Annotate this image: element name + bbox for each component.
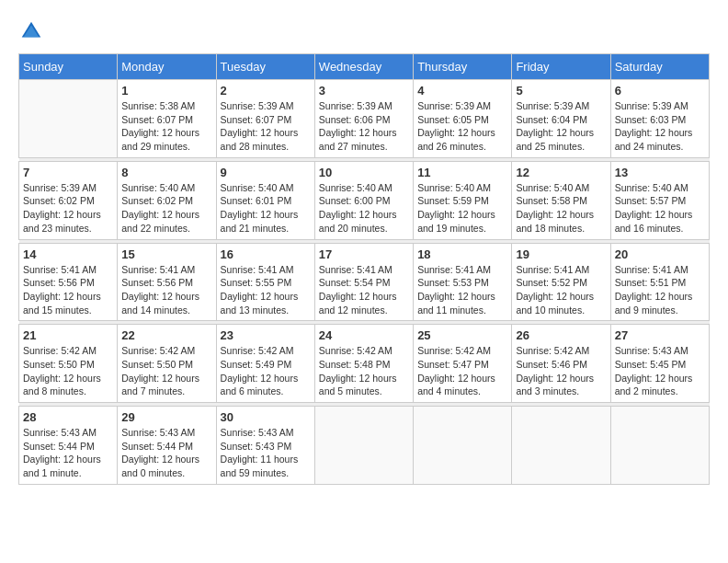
day-info: Sunrise: 5:40 AM Sunset: 6:02 PM Dayligh… xyxy=(121,181,211,236)
calendar-cell xyxy=(512,407,610,485)
day-info: Sunrise: 5:42 AM Sunset: 5:49 PM Dayligh… xyxy=(221,344,311,398)
day-number: 25 xyxy=(417,328,507,342)
day-info: Sunrise: 5:39 AM Sunset: 6:03 PM Dayligh… xyxy=(615,99,705,154)
day-info: Sunrise: 5:38 AM Sunset: 6:07 PM Dayligh… xyxy=(121,99,211,154)
day-info: Sunrise: 5:41 AM Sunset: 5:52 PM Dayligh… xyxy=(516,263,606,317)
calendar-cell: 6Sunrise: 5:39 AM Sunset: 6:03 PM Daylig… xyxy=(610,80,709,158)
weekday-header-sunday: Sunday xyxy=(19,54,118,80)
calendar-cell: 28Sunrise: 5:43 AM Sunset: 5:44 PM Dayli… xyxy=(19,407,118,485)
day-info: Sunrise: 5:41 AM Sunset: 5:55 PM Dayligh… xyxy=(221,263,311,317)
day-info: Sunrise: 5:42 AM Sunset: 5:47 PM Dayligh… xyxy=(417,344,507,398)
day-number: 16 xyxy=(221,247,311,261)
calendar-cell: 4Sunrise: 5:39 AM Sunset: 6:05 PM Daylig… xyxy=(414,80,512,158)
day-number: 17 xyxy=(319,247,409,261)
day-info: Sunrise: 5:39 AM Sunset: 6:05 PM Dayligh… xyxy=(417,99,507,154)
day-number: 7 xyxy=(23,166,113,179)
day-info: Sunrise: 5:42 AM Sunset: 5:46 PM Dayligh… xyxy=(516,344,606,398)
day-number: 3 xyxy=(319,84,409,98)
weekday-header-tuesday: Tuesday xyxy=(216,54,314,80)
day-info: Sunrise: 5:40 AM Sunset: 5:57 PM Dayligh… xyxy=(615,181,705,236)
calendar-cell: 15Sunrise: 5:41 AM Sunset: 5:56 PM Dayli… xyxy=(118,243,216,321)
calendar-cell: 30Sunrise: 5:43 AM Sunset: 5:43 PM Dayli… xyxy=(216,407,314,485)
day-number: 23 xyxy=(221,328,311,342)
day-number: 11 xyxy=(417,166,507,179)
day-info: Sunrise: 5:40 AM Sunset: 6:01 PM Dayligh… xyxy=(221,181,311,236)
day-info: Sunrise: 5:39 AM Sunset: 6:06 PM Dayligh… xyxy=(319,99,409,154)
logo-icon xyxy=(18,18,44,44)
day-info: Sunrise: 5:41 AM Sunset: 5:53 PM Dayligh… xyxy=(417,263,507,317)
calendar-cell: 16Sunrise: 5:41 AM Sunset: 5:55 PM Dayli… xyxy=(216,243,314,321)
day-info: Sunrise: 5:41 AM Sunset: 5:51 PM Dayligh… xyxy=(615,263,705,317)
day-info: Sunrise: 5:40 AM Sunset: 5:58 PM Dayligh… xyxy=(516,181,606,236)
weekday-header-wednesday: Wednesday xyxy=(314,54,413,80)
weekday-header-friday: Friday xyxy=(512,54,610,80)
day-info: Sunrise: 5:43 AM Sunset: 5:45 PM Dayligh… xyxy=(615,344,705,398)
calendar-cell xyxy=(610,407,709,485)
calendar-cell xyxy=(19,80,118,158)
calendar: SundayMondayTuesdayWednesdayThursdayFrid… xyxy=(18,53,710,485)
calendar-cell: 17Sunrise: 5:41 AM Sunset: 5:54 PM Dayli… xyxy=(314,243,413,321)
calendar-cell: 19Sunrise: 5:41 AM Sunset: 5:52 PM Dayli… xyxy=(512,243,610,321)
day-info: Sunrise: 5:43 AM Sunset: 5:44 PM Dayligh… xyxy=(121,426,211,480)
day-info: Sunrise: 5:42 AM Sunset: 5:50 PM Dayligh… xyxy=(23,344,113,398)
day-number: 26 xyxy=(516,328,606,342)
calendar-cell: 24Sunrise: 5:42 AM Sunset: 5:48 PM Dayli… xyxy=(314,325,413,403)
day-info: Sunrise: 5:40 AM Sunset: 6:00 PM Dayligh… xyxy=(319,181,409,236)
day-info: Sunrise: 5:39 AM Sunset: 6:07 PM Dayligh… xyxy=(221,99,311,154)
calendar-cell: 12Sunrise: 5:40 AM Sunset: 5:58 PM Dayli… xyxy=(512,161,610,239)
day-number: 1 xyxy=(121,84,211,98)
day-number: 10 xyxy=(319,166,409,179)
calendar-cell: 3Sunrise: 5:39 AM Sunset: 6:06 PM Daylig… xyxy=(314,80,413,158)
day-info: Sunrise: 5:39 AM Sunset: 6:02 PM Dayligh… xyxy=(23,181,113,236)
day-number: 12 xyxy=(516,166,606,179)
calendar-cell: 18Sunrise: 5:41 AM Sunset: 5:53 PM Dayli… xyxy=(414,243,512,321)
day-number: 20 xyxy=(615,247,705,261)
calendar-cell: 11Sunrise: 5:40 AM Sunset: 5:59 PM Dayli… xyxy=(414,161,512,239)
day-number: 15 xyxy=(121,247,211,261)
day-info: Sunrise: 5:42 AM Sunset: 5:50 PM Dayligh… xyxy=(121,344,211,398)
day-number: 5 xyxy=(516,84,606,98)
day-info: Sunrise: 5:41 AM Sunset: 5:54 PM Dayligh… xyxy=(319,263,409,317)
calendar-cell: 27Sunrise: 5:43 AM Sunset: 5:45 PM Dayli… xyxy=(610,325,709,403)
day-number: 14 xyxy=(23,247,113,261)
calendar-cell: 5Sunrise: 5:39 AM Sunset: 6:04 PM Daylig… xyxy=(512,80,610,158)
calendar-cell: 21Sunrise: 5:42 AM Sunset: 5:50 PM Dayli… xyxy=(19,325,118,403)
calendar-cell: 29Sunrise: 5:43 AM Sunset: 5:44 PM Dayli… xyxy=(118,407,216,485)
day-number: 18 xyxy=(417,247,507,261)
day-info: Sunrise: 5:42 AM Sunset: 5:48 PM Dayligh… xyxy=(319,344,409,398)
day-number: 21 xyxy=(23,328,113,342)
day-number: 9 xyxy=(221,166,311,179)
day-number: 30 xyxy=(221,410,311,424)
calendar-cell: 10Sunrise: 5:40 AM Sunset: 6:00 PM Dayli… xyxy=(314,161,413,239)
calendar-cell: 13Sunrise: 5:40 AM Sunset: 5:57 PM Dayli… xyxy=(610,161,709,239)
day-number: 4 xyxy=(417,84,507,98)
day-info: Sunrise: 5:40 AM Sunset: 5:59 PM Dayligh… xyxy=(417,181,507,236)
calendar-cell xyxy=(414,407,512,485)
calendar-cell: 26Sunrise: 5:42 AM Sunset: 5:46 PM Dayli… xyxy=(512,325,610,403)
calendar-cell: 1Sunrise: 5:38 AM Sunset: 6:07 PM Daylig… xyxy=(118,80,216,158)
day-number: 19 xyxy=(516,247,606,261)
calendar-cell: 23Sunrise: 5:42 AM Sunset: 5:49 PM Dayli… xyxy=(216,325,314,403)
calendar-cell: 14Sunrise: 5:41 AM Sunset: 5:56 PM Dayli… xyxy=(19,243,118,321)
day-number: 29 xyxy=(121,410,211,424)
day-info: Sunrise: 5:43 AM Sunset: 5:44 PM Dayligh… xyxy=(23,426,113,480)
weekday-header-monday: Monday xyxy=(118,54,216,80)
calendar-cell: 2Sunrise: 5:39 AM Sunset: 6:07 PM Daylig… xyxy=(216,80,314,158)
calendar-cell: 25Sunrise: 5:42 AM Sunset: 5:47 PM Dayli… xyxy=(414,325,512,403)
calendar-cell: 20Sunrise: 5:41 AM Sunset: 5:51 PM Dayli… xyxy=(610,243,709,321)
day-number: 22 xyxy=(121,328,211,342)
day-number: 6 xyxy=(615,84,705,98)
day-info: Sunrise: 5:43 AM Sunset: 5:43 PM Dayligh… xyxy=(221,426,311,480)
calendar-cell: 8Sunrise: 5:40 AM Sunset: 6:02 PM Daylig… xyxy=(118,161,216,239)
day-number: 27 xyxy=(615,328,705,342)
calendar-cell xyxy=(314,407,413,485)
logo xyxy=(18,18,48,44)
day-info: Sunrise: 5:41 AM Sunset: 5:56 PM Dayligh… xyxy=(121,263,211,317)
calendar-cell: 22Sunrise: 5:42 AM Sunset: 5:50 PM Dayli… xyxy=(118,325,216,403)
weekday-header-thursday: Thursday xyxy=(414,54,512,80)
weekday-header-saturday: Saturday xyxy=(610,54,709,80)
day-info: Sunrise: 5:39 AM Sunset: 6:04 PM Dayligh… xyxy=(516,99,606,154)
calendar-cell: 9Sunrise: 5:40 AM Sunset: 6:01 PM Daylig… xyxy=(216,161,314,239)
day-info: Sunrise: 5:41 AM Sunset: 5:56 PM Dayligh… xyxy=(23,263,113,317)
day-number: 24 xyxy=(319,328,409,342)
